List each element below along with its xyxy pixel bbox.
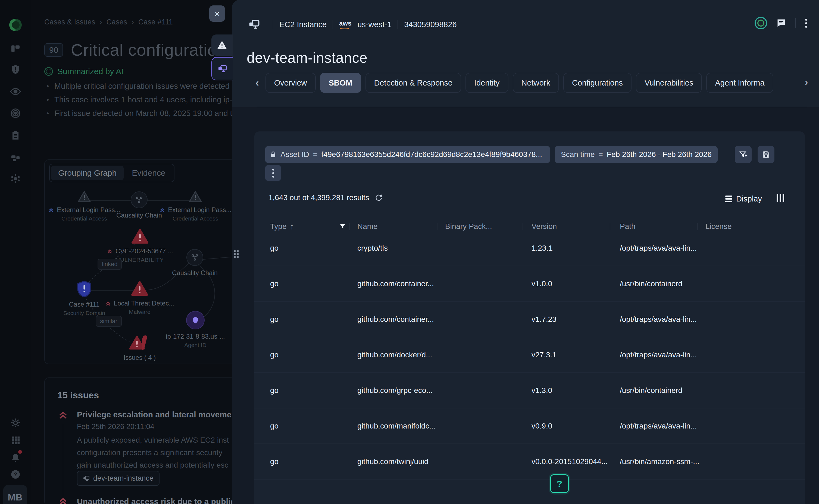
column-filter-icon[interactable] [339,223,346,230]
radar-target-icon[interactable] [10,108,21,119]
severity-chevrons-icon [105,300,111,306]
app-sidebar: ? MB [0,0,31,504]
alert-triangle-icon [131,281,148,296]
tab-detection-response[interactable]: Detection & Response [365,73,462,93]
sbom-content-card: Asset ID = f49e6798163e6355d246fd7dc6c92… [254,131,805,504]
table-row[interactable]: gocrypto/tls1.23.1/opt/traps/ava/ava-lin… [254,231,805,266]
tab-vulnerabilities[interactable]: Vulnerabilities [636,73,702,93]
asset-title: dev-team-instance [247,49,367,66]
shield-alert-icon[interactable] [10,64,21,75]
kebab-menu-icon[interactable] [805,19,807,28]
alerts-side-tab[interactable] [211,34,233,56]
asset-chip[interactable]: dev-team-instance [77,471,159,486]
warning-icon [217,41,227,49]
issue-timestamp: Feb 25th 2026 20:11:04 [77,423,154,431]
warning-triangle-icon [188,190,202,203]
breadcrumb-item[interactable]: Cases & Issues [44,18,95,26]
tab-configurations[interactable]: Configurations [563,73,632,93]
assets-blocks-icon[interactable] [10,152,21,163]
help-button[interactable]: ? [550,474,569,493]
tab-identity[interactable]: Identity [466,73,509,93]
dashboard-icon[interactable] [10,43,21,54]
table-row[interactable]: gogithub.com/container...v1.7.23/opt/tra… [254,301,805,337]
severity-chevrons-icon [58,496,68,504]
display-menu[interactable]: Display [725,194,762,203]
asset-type-label: EC2 Instance [279,20,326,29]
tab-network[interactable]: Network [513,73,559,93]
results-count: 1,643 out of 4,399,281 results [268,193,369,202]
columns-icon[interactable] [777,194,784,202]
issues-count-title: 15 issues [57,390,99,401]
agent-shield-icon [186,311,205,329]
alert-triangle-icon [131,228,149,244]
filter-chip-scan-time[interactable]: Scan time = Feb 26th 2026 - Feb 26th 202… [555,146,718,163]
tabs-scroll-left-icon[interactable]: ‹ [253,77,261,89]
edge-label-similar: similar [96,316,122,327]
severity-chevrons-icon [107,248,113,254]
monitor-icon [248,18,260,30]
causality-chain-icon [131,191,147,208]
save-view-button[interactable] [758,146,774,163]
issue-title[interactable]: Unauthorized access risk due to a public… [77,497,235,504]
issue-description: A publicly exposed, vulnerable AWS EC2 i… [77,434,229,471]
orca-logo[interactable] [9,19,22,31]
display-lines-icon [725,196,732,202]
timeline-line [63,424,63,497]
add-filter-button[interactable] [735,146,752,163]
attack-graph-spider-icon[interactable] [10,173,21,184]
breadcrumb-item[interactable]: Case #111 [138,18,173,26]
edge-label-linked: linked [98,259,122,270]
graph-node[interactable]: External Login Pass... Credential Access [157,190,233,222]
issues-panel: 15 issues Privilege escalation and later… [44,377,235,504]
case-score-badge: 90 [44,43,63,57]
case-shield-icon [76,281,92,297]
tab-sbom[interactable]: SBOM [320,73,361,93]
table-row[interactable]: gogithub.com/twinj/uuidv0.0.0-2015102904… [254,443,805,480]
account-id: 343059098826 [404,20,457,29]
save-icon [762,150,770,159]
issues-cluster-icon [129,335,150,351]
svg-text:?: ? [14,471,17,477]
aws-logo: aws [339,20,351,29]
tabs-scroll-right-icon[interactable]: › [805,73,808,92]
lock-icon [269,151,277,158]
notifications-bell-icon[interactable] [10,452,21,462]
tab-agent-information[interactable]: Agent Informa [706,73,773,93]
avatar[interactable]: MB [3,485,27,504]
table-row[interactable]: gogithub.com/container...v1.0.0/usr/bin/… [254,266,805,301]
eye-icon[interactable] [10,86,21,97]
tab-overview[interactable]: Overview [265,73,316,93]
panel-resize-handle[interactable] [234,250,238,258]
graph-node[interactable]: Local Threat Detec... Malware [102,281,178,315]
table-row[interactable]: gogithub.com/docker/d...v27.3.1/opt/trap… [254,337,805,372]
inventory-clipboard-icon[interactable] [10,130,21,140]
asset-side-tab-active[interactable] [211,57,233,80]
graph-node[interactable]: Causality Chain [157,249,233,277]
case-title: Critical configuration [71,40,226,59]
tab-evidence[interactable]: Evidence [125,166,172,180]
breadcrumb-item[interactable]: Cases [106,18,127,26]
settings-gear-icon[interactable] [10,417,21,428]
filter-chip-asset-id[interactable]: Asset ID = f49e6798163e6355d246fd7dc6c92… [265,146,550,163]
graph-tab-switch: Grouping Graph Evidence [49,164,174,182]
help-icon[interactable]: ? [10,469,21,480]
table-row[interactable]: gogithub.com/manifoldc...v0.9.0/opt/trap… [254,408,805,443]
graph-node[interactable]: Issues ( 4 ) [102,335,178,361]
refresh-icon[interactable] [375,194,383,202]
asset-meta-line: EC2 Instance aws us-west-1 343059098826 [248,16,457,33]
ai-ring-icon [44,67,53,76]
tab-grouping-graph[interactable]: Grouping Graph [51,166,124,180]
severity-chevrons-icon [48,207,54,213]
grouping-graph-panel: Grouping Graph Evidence External Login P… [44,159,235,364]
ai-assistant-icon[interactable] [755,17,767,29]
chat-icon[interactable] [776,18,786,28]
causality-chain-icon [186,249,203,266]
close-panel-button[interactable]: × [209,5,225,22]
filter-plus-icon [739,150,747,159]
table-body: gocrypto/tls1.23.1/opt/traps/ava/ava-lin… [254,231,805,480]
apps-grid-icon[interactable] [11,435,20,445]
table-row[interactable]: gogithub.com/grpc-eco...v1.3.0/usr/bin/c… [254,372,805,408]
notification-dot [18,450,22,454]
more-filters-button[interactable] [265,165,281,181]
issue-title[interactable]: Privilege escalation and lateral movemen… [77,410,235,419]
